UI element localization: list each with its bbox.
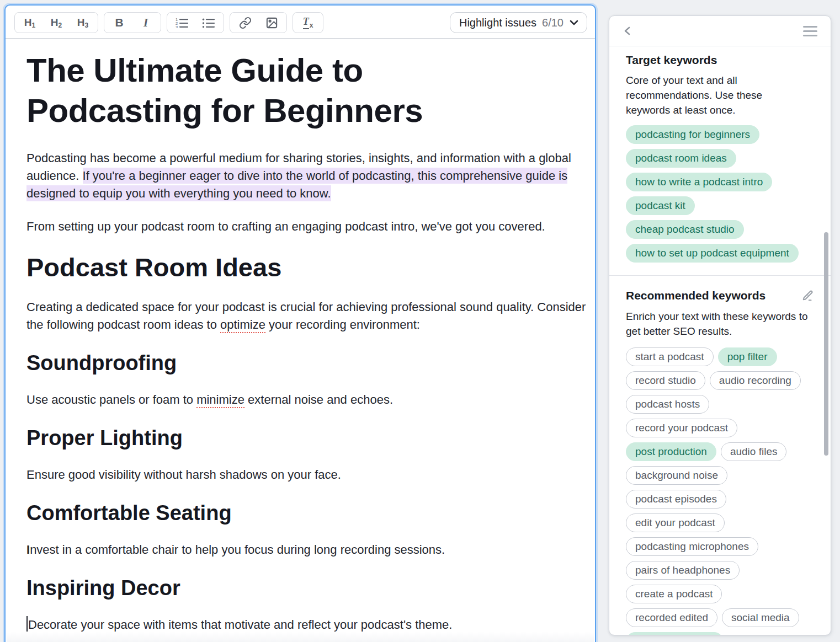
edit-keywords-button[interactable]	[802, 290, 814, 302]
clear-format-button-group: Tx	[293, 12, 323, 33]
insert-link-button[interactable]	[232, 14, 258, 31]
recommended-keyword-pill[interactable]: podcasting microphones	[626, 537, 758, 556]
bold-button[interactable]: B	[106, 14, 132, 31]
h3-button-label: H	[77, 17, 85, 28]
h1-button[interactable]: H1	[17, 14, 43, 31]
h2-button[interactable]: H2	[43, 14, 70, 31]
unordered-list-button[interactable]	[195, 14, 222, 31]
heading-soundproofing: Soundproofing	[26, 350, 589, 376]
clear-formatting-icon: Tx	[303, 16, 313, 29]
document-title: The Ultimate Guide to Podcasting for Beg…	[26, 50, 485, 131]
target-keywords-description: Core of your text and all recommendation…	[626, 73, 791, 117]
clear-formatting-x: x	[310, 22, 313, 29]
recommended-keyword-pill[interactable]: pairs of headphones	[626, 561, 740, 580]
recommended-keyword-pill[interactable]: create a podcast	[626, 585, 722, 603]
sidebar-content: Target keywords Core of your text and al…	[609, 54, 831, 635]
clear-formatting-t: T	[303, 16, 309, 29]
target-keyword-pill[interactable]: podcast kit	[626, 196, 695, 215]
sidebar-header	[609, 16, 831, 46]
menu-button[interactable]	[803, 26, 817, 36]
recommended-keywords-title: Recommended keywords	[626, 289, 765, 302]
editor-toolbar: H1 H2 H3 B I 1 2 3	[6, 6, 595, 38]
paragraph-intro: Podcasting has become a powerful medium …	[26, 149, 589, 202]
target-keyword-pill[interactable]: how to set up podcast equipment	[626, 244, 799, 263]
target-keyword-pill[interactable]: cheap podcast studio	[626, 220, 744, 239]
recommended-keyword-pill[interactable]: social media	[722, 608, 799, 627]
italic-button-label: I	[143, 16, 148, 30]
recommended-keyword-pill[interactable]: audio files	[721, 442, 787, 461]
keyword-pill-cutoff[interactable]	[626, 632, 724, 635]
heading-inspiring-decor: Inspiring Decor	[26, 575, 589, 601]
insert-image-button[interactable]	[258, 14, 285, 31]
paragraph-soundproofing-a: Use acoustic panels or foam to	[26, 393, 196, 406]
paragraph-room-b: your recording environment:	[265, 318, 420, 331]
recommended-keyword-pill[interactable]: podcast hosts	[626, 395, 709, 414]
link-icon	[239, 17, 252, 29]
misspelled-word-minimize[interactable]: minimize	[196, 393, 244, 408]
target-keyword-pill[interactable]: how to write a podcast intro	[626, 173, 772, 191]
bold-button-label: B	[115, 16, 123, 29]
target-keywords-list: podcasting for beginnerspodcast room ide…	[626, 125, 814, 263]
highlight-issues-dropdown[interactable]: Highlight issues 6/10	[450, 12, 587, 33]
target-keyword-pill[interactable]: podcasting for beginners	[626, 125, 759, 144]
recommended-keyword-pill[interactable]: recorded edited	[626, 608, 717, 627]
recommended-keyword-pill[interactable]: record studio	[626, 371, 705, 390]
format-button-group: B I	[104, 12, 161, 33]
recommended-keyword-pill[interactable]: record your podcast	[626, 419, 737, 437]
paragraph-decor: Decorate your space with items that moti…	[26, 616, 589, 634]
sidebar-scrollbar-thumb[interactable]	[824, 232, 828, 456]
recommended-keyword-pill[interactable]: pop filter	[718, 347, 777, 366]
image-icon	[265, 17, 278, 29]
recommended-keyword-pill[interactable]: background noise	[626, 466, 727, 485]
paragraph-decor-text: Decorate your space with items that moti…	[28, 618, 452, 632]
text-cursor	[26, 616, 28, 632]
h3-button[interactable]: H3	[70, 14, 96, 31]
h2-button-sub: 2	[59, 22, 62, 29]
h1-button-label: H	[24, 17, 32, 28]
paragraph-soundproofing: Use acoustic panels or foam to minimize …	[26, 391, 589, 409]
h3-button-sub: 3	[85, 22, 89, 29]
insert-button-group	[230, 12, 287, 33]
target-keywords-title: Target keywords	[626, 54, 814, 67]
heading-button-group: H1 H2 H3	[14, 12, 98, 33]
hamburger-icon	[803, 26, 817, 28]
ordered-list-button[interactable]: 1 2 3	[169, 14, 195, 31]
editor-bottom-edge	[7, 632, 594, 642]
h1-button-sub: 1	[32, 22, 36, 29]
toolbar-divider	[6, 38, 595, 39]
recommended-keyword-pill[interactable]: edit your podcast	[626, 513, 725, 532]
heading-podcast-room-ideas: Podcast Room Ideas	[26, 252, 589, 283]
list-button-group: 1 2 3	[167, 12, 224, 33]
ordered-list-icon: 1 2 3	[176, 17, 189, 28]
paragraph-overview: From setting up your podcast room to cra…	[26, 218, 589, 236]
heading-comfortable-seating: Comfortable Seating	[26, 500, 589, 526]
chevron-left-icon	[623, 25, 632, 36]
section-divider	[609, 275, 831, 276]
pencil-icon	[802, 290, 814, 302]
recommended-keywords-description: Enrich your text with these keywords to …	[626, 309, 814, 339]
paragraph-room: Creating a dedicated space for your podc…	[26, 298, 589, 334]
h2-button-label: H	[51, 17, 59, 28]
unordered-list-icon	[202, 17, 215, 28]
misspelled-word-optimize[interactable]: optimize	[220, 318, 265, 333]
paragraph-seating: Invest in a comfortable chair to help yo…	[26, 541, 589, 559]
paragraph-seating-rest: nvest in a comfortable chair to help you…	[30, 543, 445, 557]
chevron-down-icon	[569, 19, 579, 26]
paragraph-soundproofing-b: external noise and echoes.	[244, 393, 393, 406]
target-keyword-pill[interactable]: podcast room ideas	[626, 149, 736, 168]
italic-button[interactable]: I	[132, 14, 159, 31]
recommended-keyword-pill[interactable]: start a podcast	[626, 347, 714, 366]
svg-text:3: 3	[176, 25, 178, 28]
highlight-issues-label: Highlight issues	[459, 17, 536, 29]
document-editor[interactable]: The Ultimate Guide to Podcasting for Beg…	[6, 50, 595, 634]
collapse-sidebar-button[interactable]	[623, 25, 632, 36]
recommended-keywords-list: start a podcastpop filterrecord studioau…	[626, 347, 814, 635]
recommended-keyword-pill[interactable]: post production	[626, 442, 716, 461]
editor-panel: H1 H2 H3 B I 1 2 3	[4, 4, 596, 642]
recommended-keyword-pill[interactable]: audio recording	[710, 371, 801, 390]
paragraph-lighting: Ensure good visibility without harsh sha…	[26, 466, 589, 484]
recommended-keyword-pill[interactable]: podcast episodes	[626, 490, 726, 509]
highlighted-sentence: If you're a beginner eager to dive into …	[26, 168, 567, 201]
seo-assistant-sidebar: Target keywords Core of your text and al…	[609, 15, 831, 635]
clear-formatting-button[interactable]: Tx	[295, 14, 321, 31]
